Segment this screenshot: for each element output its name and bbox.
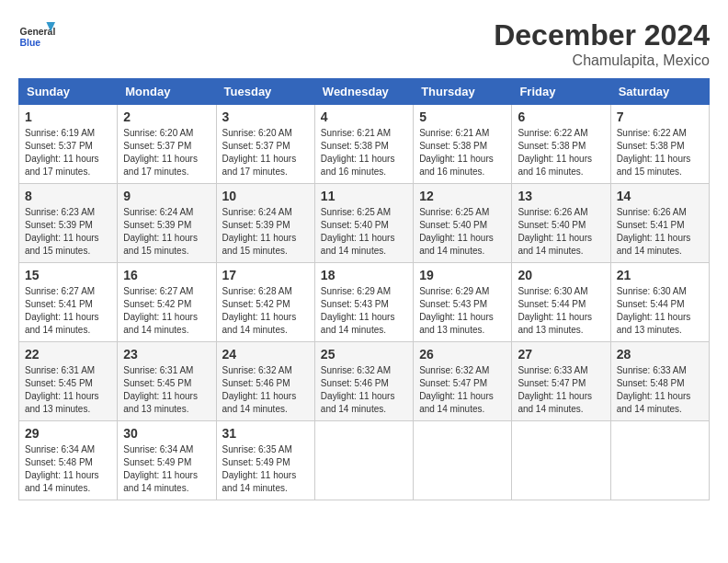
day-info: Sunrise: 6:20 AMSunset: 5:37 PMDaylight:… [123,128,198,177]
table-row: 9 Sunrise: 6:24 AMSunset: 5:39 PMDayligh… [118,184,216,263]
table-row: 20 Sunrise: 6:30 AMSunset: 5:44 PMDaylig… [512,263,610,342]
day-info: Sunrise: 6:28 AMSunset: 5:42 PMDaylight:… [222,286,297,335]
day-number: 27 [518,347,604,362]
calendar-week-row: 15 Sunrise: 6:27 AMSunset: 5:41 PMDaylig… [19,263,710,342]
table-row [414,421,512,500]
table-row: 11 Sunrise: 6:25 AMSunset: 5:40 PMDaylig… [314,184,413,263]
day-info: Sunrise: 6:26 AMSunset: 5:40 PMDaylight:… [518,207,592,256]
day-number: 3 [222,109,309,124]
day-number: 31 [222,426,309,441]
day-info: Sunrise: 6:29 AMSunset: 5:43 PMDaylight:… [321,286,395,335]
day-info: Sunrise: 6:21 AMSunset: 5:38 PMDaylight:… [419,128,494,177]
day-info: Sunrise: 6:34 AMSunset: 5:49 PMDaylight:… [123,444,198,493]
table-row: 24 Sunrise: 6:32 AMSunset: 5:46 PMDaylig… [216,342,314,421]
day-number: 11 [321,189,407,203]
day-number: 5 [419,109,506,124]
table-row: 6 Sunrise: 6:22 AMSunset: 5:38 PMDayligh… [512,105,610,184]
day-info: Sunrise: 6:24 AMSunset: 5:39 PMDaylight:… [123,207,198,256]
calendar-week-row: 29 Sunrise: 6:34 AMSunset: 5:48 PMDaylig… [19,421,710,500]
table-row: 22 Sunrise: 6:31 AMSunset: 5:45 PMDaylig… [19,342,118,421]
day-info: Sunrise: 6:33 AMSunset: 5:47 PMDaylight:… [518,365,592,414]
day-number: 12 [419,189,506,203]
day-info: Sunrise: 6:31 AMSunset: 5:45 PMDaylight:… [123,365,198,414]
day-info: Sunrise: 6:21 AMSunset: 5:38 PMDaylight:… [321,128,395,177]
col-wednesday: Wednesday [314,79,413,105]
day-info: Sunrise: 6:22 AMSunset: 5:38 PMDaylight:… [518,128,592,177]
table-row: 28 Sunrise: 6:33 AMSunset: 5:48 PMDaylig… [610,342,709,421]
day-number: 9 [123,189,210,203]
table-row: 13 Sunrise: 6:26 AMSunset: 5:40 PMDaylig… [512,184,610,263]
day-number: 19 [419,268,506,282]
day-number: 2 [123,109,210,124]
table-row: 12 Sunrise: 6:25 AMSunset: 5:40 PMDaylig… [414,184,512,263]
day-number: 13 [518,189,604,203]
logo: General Blue [18,18,59,55]
day-info: Sunrise: 6:25 AMSunset: 5:40 PMDaylight:… [419,207,494,256]
table-row: 5 Sunrise: 6:21 AMSunset: 5:38 PMDayligh… [414,105,512,184]
day-info: Sunrise: 6:20 AMSunset: 5:37 PMDaylight:… [222,128,297,177]
day-number: 15 [25,268,111,282]
table-row: 19 Sunrise: 6:29 AMSunset: 5:43 PMDaylig… [414,263,512,342]
table-row: 10 Sunrise: 6:24 AMSunset: 5:39 PMDaylig… [216,184,314,263]
table-row [512,421,610,500]
day-number: 1 [25,109,111,124]
logo-icon: General Blue [18,18,55,55]
page-header: General Blue December 2024 Chamulapita, … [18,18,710,69]
day-number: 23 [123,347,210,362]
day-info: Sunrise: 6:19 AMSunset: 5:37 PMDaylight:… [25,128,99,177]
day-number: 26 [419,347,506,362]
col-monday: Monday [118,79,216,105]
table-row: 25 Sunrise: 6:32 AMSunset: 5:46 PMDaylig… [314,342,413,421]
day-number: 29 [25,426,111,441]
table-row: 23 Sunrise: 6:31 AMSunset: 5:45 PMDaylig… [118,342,216,421]
table-row: 8 Sunrise: 6:23 AMSunset: 5:39 PMDayligh… [19,184,118,263]
day-number: 6 [518,109,604,124]
day-info: Sunrise: 6:25 AMSunset: 5:40 PMDaylight:… [321,207,395,256]
day-number: 20 [518,268,604,282]
day-info: Sunrise: 6:30 AMSunset: 5:44 PMDaylight:… [617,286,691,335]
day-info: Sunrise: 6:26 AMSunset: 5:41 PMDaylight:… [617,207,691,256]
day-info: Sunrise: 6:34 AMSunset: 5:48 PMDaylight:… [25,444,99,493]
table-row: 14 Sunrise: 6:26 AMSunset: 5:41 PMDaylig… [610,184,709,263]
day-number: 8 [25,189,111,203]
table-row [314,421,413,500]
table-row: 3 Sunrise: 6:20 AMSunset: 5:37 PMDayligh… [216,105,314,184]
day-number: 17 [222,268,309,282]
table-row: 4 Sunrise: 6:21 AMSunset: 5:38 PMDayligh… [314,105,413,184]
table-row [610,421,709,500]
day-info: Sunrise: 6:29 AMSunset: 5:43 PMDaylight:… [419,286,494,335]
day-info: Sunrise: 6:32 AMSunset: 5:46 PMDaylight:… [321,365,395,414]
day-number: 28 [617,347,703,362]
day-number: 21 [617,268,703,282]
table-row: 18 Sunrise: 6:29 AMSunset: 5:43 PMDaylig… [314,263,413,342]
day-info: Sunrise: 6:32 AMSunset: 5:47 PMDaylight:… [419,365,494,414]
day-number: 14 [617,189,703,203]
day-info: Sunrise: 6:23 AMSunset: 5:39 PMDaylight:… [25,207,99,256]
day-info: Sunrise: 6:22 AMSunset: 5:38 PMDaylight:… [617,128,691,177]
svg-text:Blue: Blue [20,38,41,48]
month-title: December 2024 [494,18,710,52]
day-info: Sunrise: 6:27 AMSunset: 5:41 PMDaylight:… [25,286,99,335]
table-row: 21 Sunrise: 6:30 AMSunset: 5:44 PMDaylig… [610,263,709,342]
day-info: Sunrise: 6:27 AMSunset: 5:42 PMDaylight:… [123,286,198,335]
table-row: 2 Sunrise: 6:20 AMSunset: 5:37 PMDayligh… [118,105,216,184]
col-thursday: Thursday [414,79,512,105]
table-row: 30 Sunrise: 6:34 AMSunset: 5:49 PMDaylig… [118,421,216,500]
table-row: 29 Sunrise: 6:34 AMSunset: 5:48 PMDaylig… [19,421,118,500]
table-row: 31 Sunrise: 6:35 AMSunset: 5:49 PMDaylig… [216,421,314,500]
day-number: 4 [321,109,407,124]
table-row: 15 Sunrise: 6:27 AMSunset: 5:41 PMDaylig… [19,263,118,342]
day-number: 18 [321,268,407,282]
col-saturday: Saturday [610,79,709,105]
table-row: 17 Sunrise: 6:28 AMSunset: 5:42 PMDaylig… [216,263,314,342]
calendar-week-row: 22 Sunrise: 6:31 AMSunset: 5:45 PMDaylig… [19,342,710,421]
day-number: 30 [123,426,210,441]
calendar-week-row: 8 Sunrise: 6:23 AMSunset: 5:39 PMDayligh… [19,184,710,263]
title-block: December 2024 Chamulapita, Mexico [494,18,710,69]
day-number: 24 [222,347,309,362]
table-row: 7 Sunrise: 6:22 AMSunset: 5:38 PMDayligh… [610,105,709,184]
day-number: 7 [617,109,703,124]
calendar-table: Sunday Monday Tuesday Wednesday Thursday… [18,78,710,500]
table-row: 16 Sunrise: 6:27 AMSunset: 5:42 PMDaylig… [118,263,216,342]
day-number: 16 [123,268,210,282]
